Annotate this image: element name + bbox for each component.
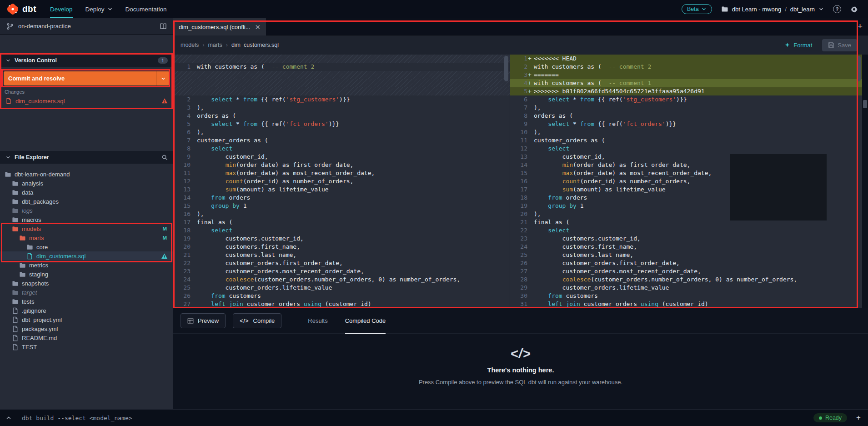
search-icon[interactable] xyxy=(161,154,168,160)
code-line[interactable]: 6), xyxy=(173,128,510,136)
tree-item-packages.yml[interactable]: packages.yml xyxy=(0,324,173,333)
tree-item-snapshots[interactable]: snapshots xyxy=(0,279,173,288)
code-line[interactable]: 27 customer_orders.most_recent_order_dat… xyxy=(510,267,862,276)
code-line[interactable]: 9 customer_id, xyxy=(173,153,510,161)
tree-item-metrics[interactable]: metrics xyxy=(0,261,173,270)
compile-button[interactable]: </> Compile xyxy=(233,313,281,328)
tree-item-marts[interactable]: martsM xyxy=(0,233,173,242)
dbt-command-input[interactable]: dbt build --select <model_name> xyxy=(22,415,132,421)
tree-item-.gitignore[interactable]: .gitignore xyxy=(0,306,173,315)
nav-develop[interactable]: Develop xyxy=(50,0,73,18)
commit-options-toggle[interactable] xyxy=(156,71,170,85)
code-line[interactable]: 14 from orders xyxy=(173,194,510,202)
panel-tab-results[interactable]: Results xyxy=(308,308,327,334)
code-line[interactable]: 13 sum(amount) as lifetime_value xyxy=(173,185,510,194)
panel-tab-compiled-code[interactable]: Compiled Code xyxy=(345,308,386,334)
nav-deploy[interactable]: Deploy xyxy=(85,0,113,18)
breadcrumb-item[interactable]: models xyxy=(181,42,199,48)
code-line[interactable]: 9 select * from {{ ref('fct_orders')}} xyxy=(510,120,862,128)
code-line[interactable]: 6 select * from {{ ref('stg_customers')}… xyxy=(510,95,862,104)
code-line[interactable]: 10 ), xyxy=(510,128,862,136)
scrollbar-thumb[interactable] xyxy=(504,56,508,81)
code-line[interactable]: 3), xyxy=(173,104,510,112)
code-line[interactable]: 1+<<<<<<< HEAD xyxy=(510,55,862,63)
code-line[interactable]: 26 customer_orders.first_order_date, xyxy=(510,259,862,267)
gear-icon[interactable] xyxy=(850,5,858,13)
dbt-logo[interactable]: dbt xyxy=(7,4,36,15)
tree-item-dbt-learn-on-demand[interactable]: dbt-learn-on-demand xyxy=(0,170,173,179)
tree-item-dim_customers.sql[interactable]: dim_customers.sql xyxy=(0,251,173,261)
code-line[interactable]: 25 customer_orders.lifetime_value xyxy=(173,284,510,292)
save-button[interactable]: Save xyxy=(822,39,857,51)
code-line[interactable]: 25 customers.last_name, xyxy=(510,251,862,259)
code-line[interactable]: 31 left join customer_orders using (cust… xyxy=(510,300,862,308)
version-control-header[interactable]: Version Control 1 xyxy=(0,54,173,67)
code-line[interactable]: 4orders as ( xyxy=(173,112,510,120)
code-line[interactable]: 7 ), xyxy=(510,104,862,112)
help-icon[interactable]: ? xyxy=(833,5,841,13)
tree-item-dbt_project.yml[interactable]: dbt_project.yml xyxy=(0,315,173,324)
branch-selector[interactable]: on-demand-practice xyxy=(0,18,173,35)
code-line[interactable]: 2 with customers as ( -- comment 2 xyxy=(510,63,862,71)
new-tab-icon[interactable]: + xyxy=(858,21,863,31)
code-line[interactable]: 21 customers.last_name, xyxy=(173,251,510,259)
code-line[interactable]: 28 coalesce(customer_orders.number_of_or… xyxy=(510,276,862,284)
code-line[interactable]: 4+with customers as ( -- comment 1 xyxy=(510,79,862,87)
file-explorer-header[interactable]: File Explorer xyxy=(0,151,173,164)
close-tab-icon[interactable]: ✕ xyxy=(255,24,261,30)
beta-badge[interactable]: Beta xyxy=(682,4,712,14)
project-breadcrumb[interactable]: dbt Learn - mwong / dbt_learn xyxy=(721,5,824,13)
tree-item-staging[interactable]: staging xyxy=(0,270,173,279)
tree-item-logs[interactable]: logs xyxy=(0,206,173,215)
code-line[interactable]: 27 left join customer_orders using (cust… xyxy=(173,300,510,308)
code-line[interactable]: 3+======= xyxy=(510,71,862,79)
tree-item-core[interactable]: core xyxy=(0,242,173,251)
code-line[interactable]: 8 select xyxy=(173,145,510,153)
changed-file[interactable]: dim_customers.sql xyxy=(0,96,173,105)
tree-item-tests[interactable]: tests xyxy=(0,297,173,306)
editor-pane-current[interactable]: 1with customers as ( -- comment 22 selec… xyxy=(173,55,510,308)
code-line[interactable]: 26 from customers xyxy=(173,292,510,300)
preview-button[interactable]: Preview xyxy=(181,313,226,328)
add-icon[interactable]: + xyxy=(856,413,861,422)
code-line[interactable]: 18 select xyxy=(173,226,510,235)
tree-item-macros[interactable]: macros xyxy=(0,215,173,224)
code-line[interactable]: 5+>>>>>>> b81f802a66fd544504c65721e3ffaa… xyxy=(510,87,862,95)
code-line[interactable]: 2 select * from {{ ref('stg_customers')}… xyxy=(173,95,510,104)
tree-item-models[interactable]: modelsM xyxy=(0,224,173,233)
code-line[interactable]: 20 customers.first_name, xyxy=(173,243,510,251)
code-line[interactable]: 10 min(order_date) as first_order_date, xyxy=(173,161,510,169)
breadcrumb-item[interactable]: marts xyxy=(208,42,222,48)
tree-item-target[interactable]: target xyxy=(0,288,173,297)
nav-documentation[interactable]: Documentation xyxy=(125,0,167,18)
code-line[interactable]: 22 select xyxy=(510,226,862,235)
breadcrumb-item[interactable]: dim_customers.sql xyxy=(231,42,279,48)
code-line[interactable]: 29 customer_orders.lifetime_value xyxy=(510,284,862,292)
code-line[interactable]: 22 customer_orders.first_order_date, xyxy=(173,259,510,267)
scrollbar-thumb[interactable] xyxy=(863,100,867,108)
code-line[interactable]: 5 select * from {{ ref('fct_orders')}} xyxy=(173,120,510,128)
code-line[interactable]: 16), xyxy=(173,210,510,218)
tree-item-dbt_packages[interactable]: dbt_packages xyxy=(0,197,173,206)
code-line[interactable]: 17final as ( xyxy=(173,218,510,226)
code-line[interactable]: 15 group by 1 xyxy=(173,202,510,210)
format-button[interactable]: Format xyxy=(784,42,812,49)
code-line[interactable]: 12 count(order_id) as number_of_orders, xyxy=(173,177,510,185)
commit-and-resolve-button[interactable]: Commit and resolve xyxy=(4,71,170,85)
editor-pane-merge[interactable]: 1+<<<<<<< HEAD2 with customers as ( -- c… xyxy=(510,55,862,308)
expand-panel-icon[interactable] xyxy=(5,415,12,421)
code-line[interactable]: 12 select xyxy=(510,145,862,153)
code-line[interactable]: 23 customers.customer_id, xyxy=(510,235,862,243)
tree-item-analysis[interactable]: analysis xyxy=(0,179,173,188)
tree-item-TEST[interactable]: TEST xyxy=(0,342,173,351)
scrollbar-thumb[interactable] xyxy=(857,56,861,81)
code-line[interactable]: 19 customers.customer_id, xyxy=(173,235,510,243)
code-line[interactable]: 11 max(order_date) as most_recent_order_… xyxy=(173,169,510,177)
code-line[interactable]: 24 coalesce(customer_orders.number_of_or… xyxy=(173,276,510,284)
code-line[interactable]: 7customer_orders as ( xyxy=(173,136,510,145)
code-line[interactable]: 8 orders as ( xyxy=(510,112,862,120)
docs-book-icon[interactable] xyxy=(160,23,167,30)
code-line[interactable]: 23 customer_orders.most_recent_order_dat… xyxy=(173,267,510,276)
tree-item-README.md[interactable]: README.md xyxy=(0,333,173,342)
code-line[interactable]: 24 customers.first_name, xyxy=(510,243,862,251)
